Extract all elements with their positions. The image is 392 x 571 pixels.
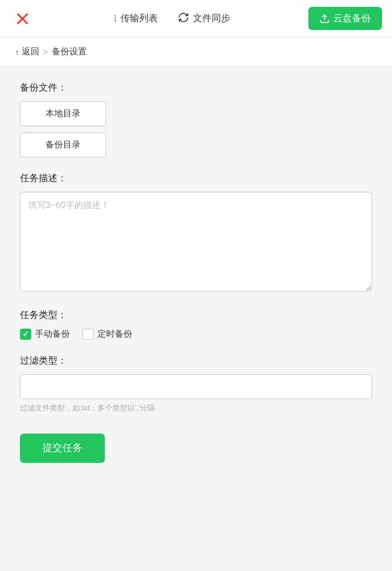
breadcrumb-separator: > xyxy=(43,47,48,57)
scheduled-backup-checkbox[interactable] xyxy=(82,329,94,340)
task-desc-textarea[interactable] xyxy=(20,192,372,292)
filter-type-section: 过滤类型： 过滤文件类型，如:txt；多个类型以','分隔 xyxy=(20,355,372,414)
file-sync-icon xyxy=(178,12,189,26)
back-button[interactable]: ↑ 返回 xyxy=(15,46,39,57)
task-desc-section: 任务描述： xyxy=(20,172,372,294)
filter-type-input[interactable] xyxy=(20,374,372,399)
submit-button[interactable]: 提交任务 xyxy=(20,434,105,463)
breadcrumb-current: 备份设置 xyxy=(52,46,87,57)
transfer-list-label: 传输列表 xyxy=(120,12,158,24)
manual-backup-checkbox[interactable] xyxy=(20,329,31,340)
header-nav: ⁝ 传输列表 文件同步 xyxy=(35,12,308,26)
manual-backup-option[interactable]: 手动备份 xyxy=(20,329,70,340)
task-type-label: 任务类型： xyxy=(20,309,372,321)
close-button[interactable] xyxy=(10,6,35,31)
manual-backup-label: 手动备份 xyxy=(35,329,70,340)
backup-file-section: 备份文件： 本地目录 备份目录 xyxy=(20,82,372,157)
filter-type-label: 过滤类型： xyxy=(20,355,372,367)
file-buttons-group: 本地目录 备份目录 xyxy=(20,101,372,157)
task-desc-label: 任务描述： xyxy=(20,172,372,184)
cloud-backup-label: 云盘备份 xyxy=(333,12,371,24)
main-content: 备份文件： 本地目录 备份目录 任务描述： 任务类型： 手动备份 定时备份 过滤… xyxy=(0,67,392,571)
filter-hint: 过滤文件类型，如:txt；多个类型以','分隔 xyxy=(20,403,372,414)
breadcrumb: ↑ 返回 > 备份设置 xyxy=(0,37,392,67)
app-header: ⁝ 传输列表 文件同步 云盘备份 xyxy=(0,0,392,37)
file-sync-label: 文件同步 xyxy=(193,12,230,24)
backup-file-label: 备份文件： xyxy=(20,82,372,94)
cloud-backup-button[interactable]: 云盘备份 xyxy=(308,7,382,30)
scheduled-backup-label: 定时备份 xyxy=(97,329,132,340)
back-label: 返回 xyxy=(22,46,39,57)
task-type-options: 手动备份 定时备份 xyxy=(20,329,372,340)
task-type-section: 任务类型： 手动备份 定时备份 xyxy=(20,309,372,340)
back-arrow-icon: ↑ xyxy=(15,47,19,57)
file-sync-nav[interactable]: 文件同步 xyxy=(178,12,230,26)
scheduled-backup-option[interactable]: 定时备份 xyxy=(82,329,132,340)
local-dir-button[interactable]: 本地目录 xyxy=(20,101,106,126)
backup-dir-button[interactable]: 备份目录 xyxy=(20,132,106,157)
transfer-list-nav[interactable]: ⁝ 传输列表 xyxy=(114,12,158,24)
transfer-list-icon: ⁝ xyxy=(114,12,117,24)
